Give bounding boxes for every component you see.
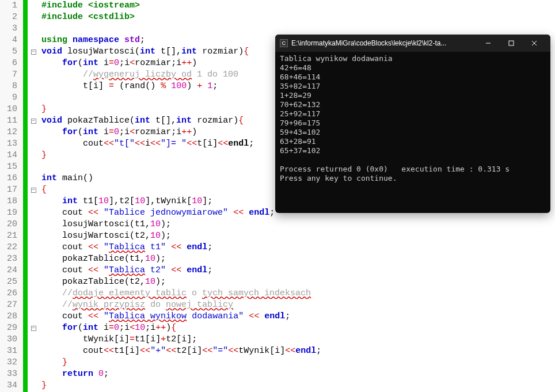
svg-rect-1 — [509, 41, 514, 45]
code-line[interactable]: cout << "Tablica wynikow dodawania" << e… — [41, 311, 321, 322]
line-number: 3 — [2, 23, 17, 35]
line-number: 5 — [2, 46, 17, 58]
code-line[interactable]: for(int i=0;i<10;i++){ — [41, 322, 321, 334]
code-line[interactable] — [41, 23, 321, 35]
fold-column[interactable]: −−−− — [28, 0, 39, 392]
minimize-button[interactable] — [477, 35, 500, 52]
code-line[interactable]: //dodaje elementy tablic o tych samych i… — [41, 288, 321, 299]
line-number: 23 — [2, 253, 17, 265]
line-number: 15 — [2, 161, 17, 173]
code-line[interactable]: } — [41, 357, 321, 368]
code-line[interactable]: cout << "Tablica t2" << endl; — [41, 265, 321, 276]
line-number: 8 — [2, 81, 17, 92]
line-number: 10 — [2, 104, 17, 115]
line-number: 17 — [2, 184, 17, 196]
window-controls — [477, 35, 546, 52]
close-button[interactable] — [523, 35, 546, 52]
console-titlebar[interactable]: C E:\informatykaMiGra\codeBlocks\lekcje\… — [275, 35, 550, 52]
code-line[interactable]: losujWartosci(t1,10); — [41, 219, 321, 230]
code-line[interactable]: pokazTablice(t2,10); — [41, 276, 321, 288]
line-number: 16 — [2, 173, 17, 184]
line-number: 7 — [2, 69, 17, 81]
line-number: 12 — [2, 127, 17, 138]
code-line[interactable]: cout<<t1[i]<<"+"<<t2[i]<<"="<<tWynik[i]<… — [41, 345, 321, 357]
line-number: 25 — [2, 276, 17, 288]
code-line[interactable]: losujWartosci(t2,10); — [41, 230, 321, 242]
console-title: E:\informatykaMiGra\codeBlocks\lekcje\kl… — [291, 39, 477, 47]
line-number: 30 — [2, 334, 17, 345]
code-line[interactable]: tWynik[i]=t1[i]+t2[i]; — [41, 334, 321, 345]
code-line[interactable]: return 0; — [41, 368, 321, 380]
code-line[interactable]: #include <cstdlib> — [41, 12, 321, 23]
fold-toggle-icon[interactable]: − — [31, 188, 36, 193]
line-number: 27 — [2, 299, 17, 311]
line-number: 28 — [2, 311, 17, 322]
code-line[interactable]: } — [41, 380, 321, 391]
code-line[interactable]: pokazTablice(t1,10); — [41, 253, 321, 265]
line-number: 29 — [2, 322, 17, 334]
code-line[interactable]: #include <iostream> — [41, 0, 321, 12]
line-number: 13 — [2, 138, 17, 150]
fold-toggle-icon[interactable]: − — [31, 119, 36, 124]
console-output[interactable]: Tablica wynikow dodawania 42+6=48 68+46=… — [275, 52, 550, 185]
fold-toggle-icon[interactable]: − — [31, 50, 36, 55]
line-number: 4 — [2, 35, 17, 46]
code-line[interactable]: //wynik przypisz do nowej tablicy — [41, 299, 321, 311]
line-number: 31 — [2, 345, 17, 357]
console-window: C E:\informatykaMiGra\codeBlocks\lekcje\… — [275, 35, 550, 213]
fold-toggle-icon[interactable]: − — [31, 326, 36, 331]
line-number: 9 — [2, 92, 17, 104]
line-number: 33 — [2, 368, 17, 380]
code-line[interactable]: cout << "Tablica t1" << endl; — [41, 242, 321, 253]
line-number: 24 — [2, 265, 17, 276]
console-icon: C — [280, 39, 288, 47]
line-number: 2 — [2, 12, 17, 23]
line-number: 6 — [2, 58, 17, 69]
line-number: 14 — [2, 150, 17, 161]
maximize-button[interactable] — [500, 35, 523, 52]
line-number-gutter: 1234567891011121314151617181920212223242… — [0, 0, 22, 392]
line-number: 34 — [2, 380, 17, 391]
line-number: 22 — [2, 242, 17, 253]
line-number: 21 — [2, 230, 17, 242]
line-number: 18 — [2, 196, 17, 207]
line-number: 11 — [2, 115, 17, 127]
line-number: 26 — [2, 288, 17, 299]
line-number: 32 — [2, 357, 17, 368]
change-marker — [23, 0, 28, 392]
line-number: 1 — [2, 0, 17, 12]
line-number: 19 — [2, 207, 17, 219]
line-number: 20 — [2, 219, 17, 230]
